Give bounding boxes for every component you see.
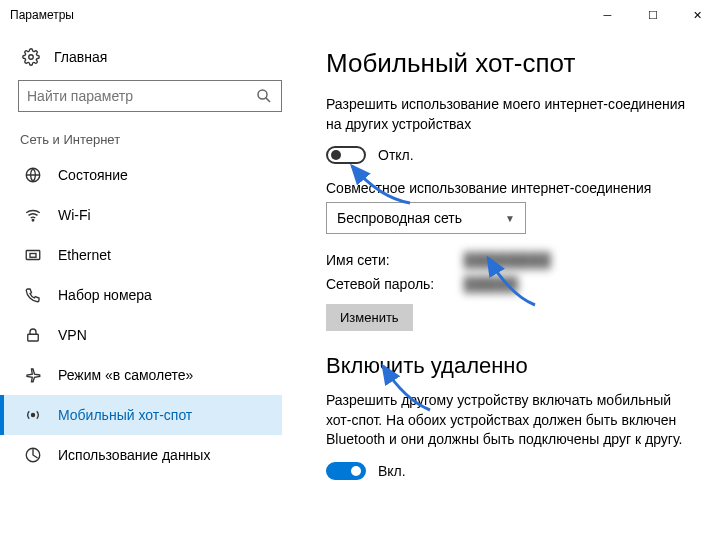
change-button[interactable]: Изменить — [326, 304, 413, 331]
search-box[interactable] — [18, 80, 282, 112]
sidebar-item-wifi[interactable]: Wi-Fi — [0, 195, 282, 235]
sidebar-section-label: Сеть и Интернет — [20, 132, 282, 147]
minimize-button[interactable]: ─ — [585, 0, 630, 30]
remote-toggle-label: Вкл. — [378, 463, 406, 479]
remote-description: Разрешить другому устройству включать мо… — [326, 391, 690, 450]
maximize-button[interactable]: ☐ — [630, 0, 675, 30]
dialup-icon — [24, 286, 42, 304]
window-controls: ─ ☐ ✕ — [585, 0, 720, 30]
vpn-icon — [24, 326, 42, 344]
svg-point-8 — [32, 414, 35, 417]
remote-title: Включить удаленно — [326, 353, 690, 379]
connection-value: Беспроводная сеть — [337, 210, 462, 226]
home-label: Главная — [54, 49, 107, 65]
sidebar-item-label: Мобильный хот-спот — [58, 407, 192, 423]
remote-toggle[interactable] — [326, 462, 366, 480]
svg-rect-5 — [26, 251, 40, 260]
sidebar-item-label: Wi-Fi — [58, 207, 91, 223]
titlebar: Параметры ─ ☐ ✕ — [0, 0, 720, 30]
share-description: Разрешить использование моего интернет-с… — [326, 95, 690, 134]
gear-icon — [22, 48, 40, 66]
sidebar-item-ethernet[interactable]: Ethernet — [0, 235, 282, 275]
network-password-value: █████ — [464, 276, 519, 292]
hotspot-icon — [24, 406, 42, 424]
chevron-down-icon: ▼ — [505, 213, 515, 224]
home-nav[interactable]: Главная — [18, 40, 282, 80]
svg-point-0 — [29, 55, 34, 60]
network-name-value: ████████ — [464, 252, 551, 268]
svg-rect-7 — [28, 334, 39, 341]
close-button[interactable]: ✕ — [675, 0, 720, 30]
connection-select[interactable]: Беспроводная сеть ▼ — [326, 202, 526, 234]
connection-label: Совместное использование интернет-соедин… — [326, 180, 690, 196]
search-input[interactable] — [27, 88, 255, 104]
sidebar-item-data-usage[interactable]: Использование данных — [0, 435, 282, 475]
network-password-label: Сетевой пароль: — [326, 276, 446, 292]
sidebar-item-label: Состояние — [58, 167, 128, 183]
sidebar-item-dialup[interactable]: Набор номера — [0, 275, 282, 315]
svg-point-1 — [258, 90, 267, 99]
sidebar-item-hotspot[interactable]: Мобильный хот-спот — [0, 395, 282, 435]
sidebar-item-label: VPN — [58, 327, 87, 343]
wifi-icon — [24, 206, 42, 224]
sidebar-item-vpn[interactable]: VPN — [0, 315, 282, 355]
airplane-icon — [24, 366, 42, 384]
sidebar-item-label: Использование данных — [58, 447, 210, 463]
sidebar-item-label: Режим «в самолете» — [58, 367, 193, 383]
svg-point-4 — [32, 220, 34, 222]
sidebar-item-label: Набор номера — [58, 287, 152, 303]
share-toggle[interactable] — [326, 146, 366, 164]
sidebar-item-airplane[interactable]: Режим «в самолете» — [0, 355, 282, 395]
sidebar-item-status[interactable]: Состояние — [0, 155, 282, 195]
network-name-label: Имя сети: — [326, 252, 446, 268]
ethernet-icon — [24, 246, 42, 264]
sidebar: Главная Сеть и Интернет Состояние Wi-Fi … — [0, 30, 300, 547]
window-title: Параметры — [10, 8, 585, 22]
page-title: Мобильный хот-спот — [326, 48, 690, 79]
svg-rect-6 — [30, 254, 36, 258]
sidebar-item-label: Ethernet — [58, 247, 111, 263]
search-icon — [255, 87, 273, 105]
share-toggle-label: Откл. — [378, 147, 414, 163]
main-panel: Мобильный хот-спот Разрешить использован… — [300, 30, 720, 547]
status-icon — [24, 166, 42, 184]
data-usage-icon — [24, 446, 42, 464]
svg-line-2 — [266, 98, 270, 102]
